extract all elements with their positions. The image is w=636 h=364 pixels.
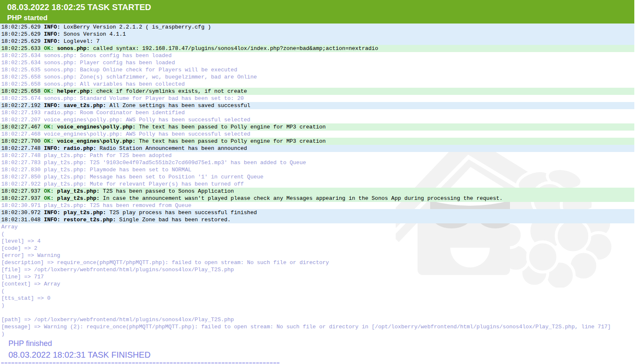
log-time: 18:02:25.658 [1,74,44,80]
log-time: 18:02:27.192 [1,102,44,109]
log-msg: called syntax: 192.168.178.47/plugins/so… [93,45,378,52]
log-time: 18:02:27.748 [1,152,44,159]
log-level: INFO: [44,145,63,152]
log-msg: play_t2s.php: T2S '9103c0e4f07ad5c551b2c… [44,160,306,166]
log-line: [description] => require_once(phpMQTT/ph… [0,259,634,266]
log-line: 18:02:27.937 OK: play_t2s.php: T2S has b… [0,188,634,195]
log-line: 18:02:25.634 sonos.php: Sonos config has… [0,52,634,59]
log-time: 18:02:27.193 [1,110,44,116]
log-line: 18:02:25.658 sonos.php: All variables ha… [0,81,634,88]
log-line: 18:02:27.207 voice_engines\polly.php: AW… [0,116,634,123]
log-msg: [file] => /opt/loxberry/webfrontend/html… [1,267,234,273]
log-msg: [level] => 4 [1,238,41,244]
log-msg: The text has been passed to Polly engine… [139,138,326,144]
log-time: 18:02:27.783 [1,160,44,166]
log-time: 18:02:27.937 [1,188,44,194]
log-time: 18:02:27.830 [1,167,44,173]
log-time: 18:02:27.748 [1,145,44,152]
log-script: play_t2s.php: [63,209,109,216]
task-started-title: 08.03.2022 18:02:25 TASK STARTED [0,0,634,13]
log-level: INFO: [44,38,63,45]
separator-line: ========================================… [0,360,634,364]
log-line: 18:02:27.748 INFO: radio.php: Radio Stat… [0,145,634,152]
log-line: 18:02:30.971 play_t2s.php: T2S has been … [0,202,634,209]
log-script: save_t2s.php: [63,102,109,109]
log-msg: check if folder/symlinks exists, if not … [96,88,247,94]
log-line: 18:02:30.972 INFO: play_t2s.php: T2S pla… [0,209,634,216]
log-time: 18:02:25.633 [1,45,44,52]
log-line: 18:02:25.658 OK: helper.php: check if fo… [0,88,634,95]
log-time: 18:02:25.658 [1,81,44,87]
log-line: 18:02:25.635 sonos.php: Backup Online ch… [0,66,634,73]
log-line: 18:02:25.658 sonos.php: Zone(s) schlafzi… [0,73,634,81]
log-msg: Loglevel: 7 [63,38,100,45]
log-msg: play_t2s.php: Playmode has been set to N… [44,167,191,173]
log-msg: radio.php: Room Coordinator been identif… [44,110,184,116]
log-script: restore_t2s.php: [63,217,119,223]
log-msg: [tts_stat] => 0 [1,295,50,301]
log-msg: voice_engines\polly.php: AWS Polly has b… [44,131,250,137]
log-line: 18:02:25.634 sonos.php: Player config ha… [0,59,634,66]
php-finished-label: PHP finished [0,338,634,348]
log-msg: Array [1,224,18,230]
log-msg: sonos.php: All variables has been collec… [44,81,184,87]
log-msg: The text has been passed to Polly engine… [139,124,326,130]
log-line: 18:02:25.674 sonos.php: Standard Volume … [0,95,634,102]
task-header: 08.03.2022 18:02:25 TASK STARTED PHP sta… [0,0,634,24]
log-time: 18:02:25.658 [1,88,44,94]
log-script: play_t2s.php: [57,188,103,194]
log-level: OK: [44,45,57,52]
log-msg: sonos.php: Backup Online check for Playe… [44,67,237,73]
log-time: 18:02:25.634 [1,60,44,66]
log-time: 18:02:25.629 [1,31,44,37]
log-line: 18:02:27.783 play_t2s.php: T2S '9103c0e4… [0,159,634,166]
log-msg: ) [1,302,5,309]
log-line: [error] => Warning [0,252,634,259]
log-level: INFO: [44,24,63,30]
log-msg: play_t2s.php: Path for T2S been adopted [44,152,171,159]
log-line: 18:02:27.193 radio.php: Room Coordinator… [0,109,634,116]
log-line: ( [0,288,634,295]
log-msg: play_t2s.php: Message has been set to Po… [44,174,263,180]
log-script: voice_engines\polly.php: [57,124,139,130]
log-msg: sonos.php: Zone(s) schlafzimmer, wc, bue… [44,74,257,80]
task-finished-title: 08.03.2022 18:02:31 TASK FINISHED [0,348,634,360]
log-msg: play_t2s.php: T2S has been removed from … [44,202,191,209]
log-script: sonos.php: [57,45,93,52]
log-msg: sonos.php: Sonos config has been loaded [44,52,171,59]
log-level: OK: [44,138,57,144]
log-msg: LoxBerry Version 2.2.1.2 ( is_raspberry.… [63,24,211,30]
log-line: 18:02:27.850 play_t2s.php: Message has b… [0,173,634,181]
log-msg: In case the announcement wasn't played p… [103,195,503,202]
log-msg: play_t2s.php: Mute for relevant Player(s… [44,181,244,187]
log-time: 18:02:27.468 [1,131,44,137]
log-time: 18:02:27.700 [1,138,44,144]
log-line: 18:02:27.192 INFO: save_t2s.php: All Zon… [0,102,634,109]
log-level: INFO: [44,217,63,223]
log-script: voice_engines\polly.php: [57,138,139,144]
log-time: 18:02:25.634 [1,52,44,59]
log-line: ) [0,330,634,338]
log-time: 18:02:31.048 [1,217,44,223]
log-line: 18:02:25.629 INFO: Sonos Version 4.1.1 [0,31,634,38]
log-msg: [path] => /opt/loxberry/webfrontend/html… [1,317,234,323]
log-msg: [context] => Array [1,281,60,287]
log-msg: [code] => 2 [1,245,37,251]
log-line: [message] => Warning (2): require_once(p… [0,323,634,330]
log-time: 18:02:25.629 [1,24,44,30]
log-line: 18:02:27.922 play_t2s.php: Mute for rele… [0,181,634,188]
log-line: 18:02:27.830 play_t2s.php: Playmode has … [0,166,634,173]
log-line: 18:02:25.629 INFO: Loglevel: 7 [0,38,634,45]
log-msg: [message] => Warning (2): require_once(p… [1,324,611,330]
log-line: [code] => 2 [0,245,634,252]
log-time: 18:02:27.922 [1,181,44,187]
log-script: radio.php: [63,145,100,152]
log-line: [level] => 4 [0,238,634,245]
log-time: 18:02:25.635 [1,67,44,73]
log-level: OK: [44,188,57,194]
task-footer: PHP finished 08.03.2022 18:02:31 TASK FI… [0,338,634,364]
log-msg: sonos.php: Standard Volume for Player ba… [44,95,244,102]
log-line: 18:02:27.937 OK: play_t2s.php: In case t… [0,195,634,202]
log-line: [path] => /opt/loxberry/webfrontend/html… [0,316,634,323]
log-viewer-page: 08.03.2022 18:02:25 TASK STARTED PHP sta… [0,0,636,364]
